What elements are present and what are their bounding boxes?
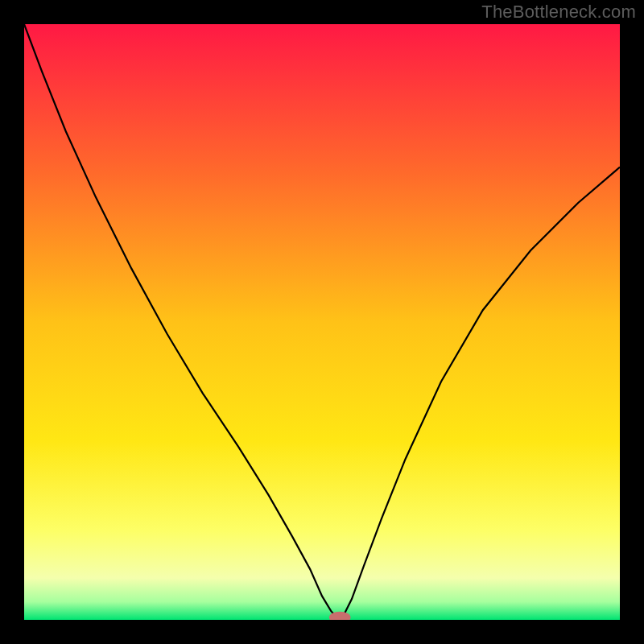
- watermark-text: TheBottleneck.com: [481, 2, 636, 23]
- plot-area: [24, 24, 620, 620]
- gradient-background: [24, 24, 620, 620]
- bottleneck-chart: [24, 24, 620, 620]
- chart-frame: TheBottleneck.com: [0, 0, 644, 644]
